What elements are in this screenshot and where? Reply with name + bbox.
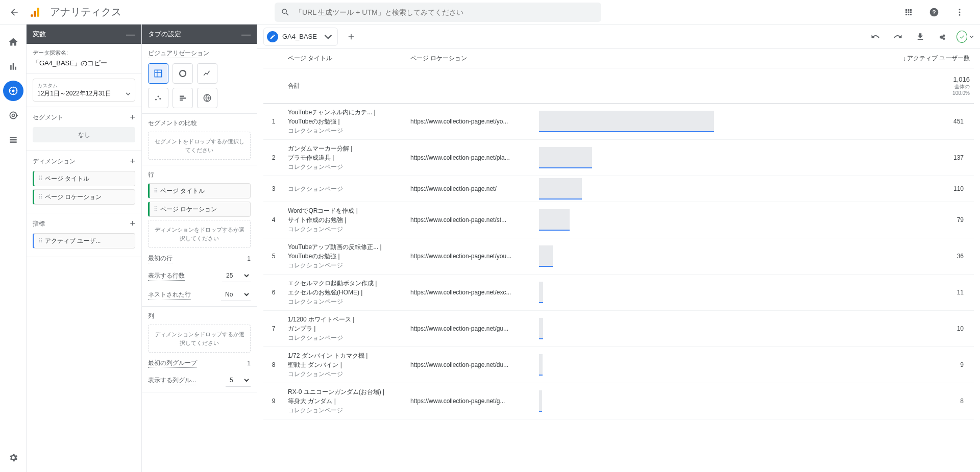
status-dropdown[interactable] <box>957 28 974 45</box>
table-row[interactable]: 71/1200 ホワイトベース | ガンプラ | コレクションページhttps:… <box>263 311 974 347</box>
page-title-cell: RX-0 ユニコーンガンダム(お台場) | 等身大 ガンダム | コレクションペ… <box>284 383 406 419</box>
viz-bar-button[interactable] <box>173 88 193 108</box>
table-row[interactable]: 1YouTubeチャンネル内にカテ... | YouTubeのお勉強 | コレク… <box>263 104 974 140</box>
page-title-cell: エクセルマクロ起動ボタン作成 | エクセルのお勉強(HOME) | コレクション… <box>284 275 406 311</box>
svg-point-2 <box>31 14 33 17</box>
page-title-cell: ガンダムマーカー分解 | プラモ作成道具 | コレクションページ <box>284 140 406 176</box>
segment-drop-zone[interactable]: セグメントをドロップするか選択してください <box>148 132 251 160</box>
apps-icon[interactable] <box>899 3 918 21</box>
dimension-chip[interactable]: ⠿ページ タイトル <box>33 171 135 186</box>
search-bar[interactable] <box>275 3 601 22</box>
table-row[interactable]: 4WordでQRコードを作成 | サイト作成のお勉強 | コレクションページht… <box>263 202 974 238</box>
viz-table-button[interactable] <box>148 63 168 84</box>
table-row[interactable]: 6エクセルマクロ起動ボタン作成 | エクセルのお勉強(HOME) | コレクショ… <box>263 275 974 311</box>
more-icon[interactable] <box>950 3 969 21</box>
nav-configure[interactable] <box>3 130 23 150</box>
cols-label: 列 <box>148 312 154 320</box>
bar-cell <box>539 140 933 176</box>
bar-cell <box>539 176 933 202</box>
add-tab-button[interactable] <box>342 28 360 46</box>
svg-rect-13 <box>10 137 16 138</box>
viz-line-button[interactable] <box>197 63 217 84</box>
collapse-settings-button[interactable]: — <box>241 29 251 40</box>
tab-settings-panel: タブの設定 — ビジュアリゼーション セグメントの比較 セグメントをドロップする… <box>142 24 257 472</box>
nav-explore[interactable] <box>3 81 23 101</box>
variables-header: 変数 — <box>27 24 141 44</box>
svg-rect-25 <box>180 100 183 101</box>
page-title-cell: 1/1200 ホワイトベース | ガンプラ | コレクションページ <box>284 311 406 347</box>
search-input[interactable] <box>295 8 595 16</box>
value-cell: 10 <box>933 311 974 347</box>
page-location-cell: https://www.collection-page.net/du... <box>406 347 539 383</box>
edit-icon <box>267 31 278 42</box>
value-cell: 110 <box>933 176 974 202</box>
col-active-users[interactable]: ↓アクティブ ユーザー数 <box>539 49 974 68</box>
check-circle-icon <box>957 31 967 43</box>
rows-label: 行 <box>148 170 154 179</box>
svg-point-11 <box>12 114 14 117</box>
svg-point-7 <box>959 14 961 15</box>
redo-button[interactable] <box>889 28 906 45</box>
svg-rect-1 <box>34 11 36 17</box>
value-cell: 8 <box>933 383 974 419</box>
help-icon[interactable]: ? <box>925 3 943 21</box>
start-row-input[interactable]: 1 <box>247 255 251 262</box>
svg-point-10 <box>10 112 16 118</box>
chevron-down-icon <box>969 34 974 39</box>
col-page-title[interactable]: ページ タイトル <box>284 49 406 68</box>
metric-chip[interactable]: ⠿アクティブ ユーザ... <box>33 233 135 249</box>
viz-geo-button[interactable] <box>197 88 217 108</box>
table-row[interactable]: 2ガンダムマーカー分解 | プラモ作成道具 | コレクションページhttps:/… <box>263 140 974 176</box>
undo-button[interactable] <box>867 28 884 45</box>
viz-donut-button[interactable] <box>173 63 193 84</box>
rows-drop-zone[interactable]: ディメンションをドロップするか選択してください <box>148 220 251 248</box>
viz-label: ビジュアリゼーション <box>148 49 209 57</box>
bar-cell <box>539 104 933 140</box>
page-location-cell: https://www.collection-page.net/gu... <box>406 311 539 347</box>
svg-point-21 <box>158 96 159 97</box>
collapse-variables-button[interactable]: — <box>126 29 135 40</box>
value-cell: 9 <box>933 347 974 383</box>
show-rows-select[interactable]: 25 <box>222 269 251 282</box>
nav-advertising[interactable] <box>3 105 23 126</box>
dimension-chip[interactable]: ⠿ページ ロケーション <box>33 189 135 205</box>
row-dim-chip[interactable]: ⠿ページ ロケーション <box>148 202 251 217</box>
col-page-location[interactable]: ページ ロケーション <box>406 49 539 68</box>
share-button[interactable] <box>934 28 951 45</box>
row-dim-chip[interactable]: ⠿ページ タイトル <box>148 183 251 198</box>
show-col-groups-select[interactable]: 5 <box>226 374 251 387</box>
page-location-cell: https://www.collection-page.net/st... <box>406 202 539 238</box>
dimensions-label: ディメンション <box>33 157 76 166</box>
nested-rows-select[interactable]: No <box>221 288 251 301</box>
table-row[interactable]: 9RX-0 ユニコーンガンダム(お台場) | 等身大 ガンダム | コレクション… <box>263 383 974 419</box>
start-col-group-input[interactable]: 1 <box>247 360 251 367</box>
nav-admin[interactable] <box>3 448 23 468</box>
table-row[interactable]: 5YouTubeアップ動画の反転修正... | YouTubeのお勉強 | コレ… <box>263 238 974 275</box>
download-button[interactable] <box>912 28 929 45</box>
report-tab[interactable]: GA4_BASE <box>263 28 338 46</box>
table-row[interactable]: 3コレクションページhttps://www.collection-page.ne… <box>263 176 974 202</box>
svg-point-22 <box>159 98 161 100</box>
value-cell: 36 <box>933 238 974 275</box>
report-area: GA4_BASE ページ タイトル <box>257 24 980 472</box>
bar-cell <box>539 202 933 238</box>
value-cell: 451 <box>933 104 974 140</box>
add-metric-button[interactable]: + <box>130 218 135 229</box>
bar-cell <box>539 347 933 383</box>
bar-cell <box>539 383 933 419</box>
exploration-name[interactable]: 「GA4_BASE」のコピー <box>33 59 135 68</box>
nav-reports[interactable] <box>3 56 23 77</box>
date-range-picker[interactable]: カスタム 12月1日～2022年12月31日 <box>33 79 135 102</box>
back-button[interactable] <box>4 2 24 22</box>
viz-scatter-button[interactable] <box>148 88 168 108</box>
cols-drop-zone[interactable]: ディメンションをドロップするか選択してください <box>148 325 251 353</box>
left-nav-rail <box>0 24 27 472</box>
nav-home[interactable] <box>3 32 23 52</box>
value-cell: 79 <box>933 202 974 238</box>
add-dimension-button[interactable]: + <box>130 156 135 167</box>
svg-text:?: ? <box>932 9 936 15</box>
page-location-cell: https://www.collection-page.net/exc... <box>406 275 539 311</box>
table-row[interactable]: 81/72 ダンバイン トカマク機 | 聖戦士 ダンバイン | コレクションペー… <box>263 347 974 383</box>
add-segment-button[interactable]: + <box>130 112 135 123</box>
variables-panel: 変数 — データ探索名: 「GA4_BASE」のコピー カスタム 12月1日～2… <box>27 24 142 472</box>
